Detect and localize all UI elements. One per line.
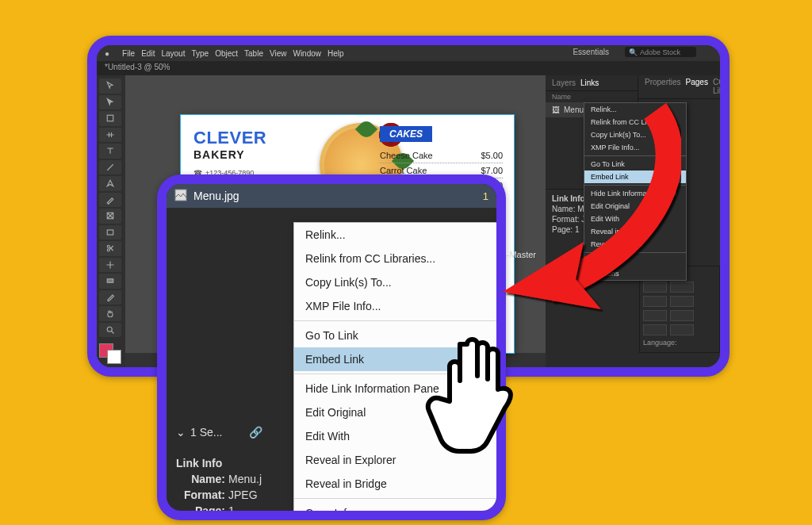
scissors-tool-icon[interactable] (99, 241, 121, 256)
page-tool-icon[interactable] (99, 111, 121, 126)
ctx-hide-info[interactable]: Hide Link Information Pane (294, 377, 499, 400)
menu-bar[interactable]: FileEdit LayoutType ObjectTable ViewWind… (122, 49, 344, 58)
links-context-menu[interactable]: Relink... Relink from CC Libraries... Co… (293, 222, 500, 520)
ctx-copy-info[interactable]: Copy Info (294, 501, 499, 520)
eyedropper-tool-icon[interactable] (99, 290, 121, 305)
document-tab[interactable]: *Untitled-3 @ 50% (97, 61, 720, 75)
relink-icon[interactable]: 🔗 (249, 426, 262, 439)
ctx-reveal-bridge[interactable]: Reveal in Bridge (294, 472, 499, 496)
selection-tool-icon[interactable] (99, 79, 121, 94)
selected-count[interactable]: ⌄ 1 Se... 🔗 (176, 426, 262, 439)
direct-select-tool-icon[interactable] (99, 95, 121, 110)
svg-point-3 (107, 246, 109, 248)
transform-tool-icon[interactable] (99, 258, 121, 273)
hand-tool-icon[interactable] (99, 306, 121, 321)
chevron-down-icon: ⌄ (176, 426, 186, 439)
ctx-goto-link[interactable]: Go To Link (294, 324, 499, 347)
ctx-xmp-info[interactable]: XMP File Info... (294, 294, 499, 318)
ctx-embed-link[interactable]: Embed Link (294, 347, 499, 371)
svg-point-6 (107, 327, 112, 331)
link-info-block: Link Info Name:Menu.j Format:JPEG Page:1 (176, 454, 262, 520)
pages-panel-tabs[interactable]: Properties Pages CC Libraries (638, 75, 720, 99)
links-panel-tabs[interactable]: Layers Links (546, 75, 638, 91)
links-panel-header: Name (546, 91, 638, 102)
image-icon (174, 189, 187, 204)
svg-point-4 (107, 249, 109, 251)
ctx-edit-original[interactable]: Edit Original (294, 400, 499, 424)
price-row: Cheese Cake$5.00 (380, 148, 503, 163)
master-label: A-Master (500, 250, 536, 259)
links-row-zoom[interactable]: Menu.jpg 1 (167, 184, 496, 208)
type-tool-icon[interactable] (99, 144, 121, 159)
workspace-switcher[interactable]: Essentials (573, 48, 609, 56)
tools-panel[interactable] (97, 75, 125, 367)
link-count: 1 (483, 190, 488, 202)
link-filename: Menu.jpg (193, 190, 239, 202)
line-tool-icon[interactable] (99, 160, 121, 175)
pencil-tool-icon[interactable] (99, 193, 121, 208)
search-icon: 🔍 (629, 48, 638, 56)
svg-rect-2 (107, 230, 113, 235)
fill-stroke-icon[interactable] (99, 343, 121, 364)
svg-rect-5 (107, 279, 113, 283)
rect-frame-tool-icon[interactable] (99, 209, 121, 224)
zoom-links-panel: Menu.jpg 1 Relink... Relink from CC Libr… (157, 174, 506, 520)
svg-rect-0 (107, 116, 113, 122)
ctx-copy-links-to[interactable]: Copy Link(s) To... (294, 270, 499, 294)
logo-icon: ● (105, 49, 109, 58)
zoom-tool-icon[interactable] (99, 323, 121, 338)
rect-tool-icon[interactable] (99, 225, 121, 240)
image-icon: 🖼 (552, 105, 560, 114)
gradient-tool-icon[interactable] (99, 274, 121, 289)
cakes-chip: CAKES (380, 126, 432, 142)
ctx-edit-with[interactable]: Edit With (294, 424, 499, 448)
gap-tool-icon[interactable] (99, 128, 121, 143)
ctx-reveal-explorer[interactable]: Reveal in Explorer (294, 448, 499, 472)
os-menubar: ● FileEdit LayoutType ObjectTable ViewWi… (97, 45, 720, 61)
brand-title: CLEVER (193, 128, 266, 148)
links-context-menu-small[interactable]: Relink... Relink from CC Libraries... Co… (584, 102, 687, 281)
pen-tool-icon[interactable] (99, 176, 121, 191)
ctx-relink-cc[interactable]: Relink from CC Libraries... (294, 247, 499, 270)
stock-search[interactable]: 🔍 Adobe Stock (625, 47, 696, 57)
ctx-relink[interactable]: Relink... (294, 223, 499, 247)
brand-subtitle: BAKERY (193, 148, 266, 161)
